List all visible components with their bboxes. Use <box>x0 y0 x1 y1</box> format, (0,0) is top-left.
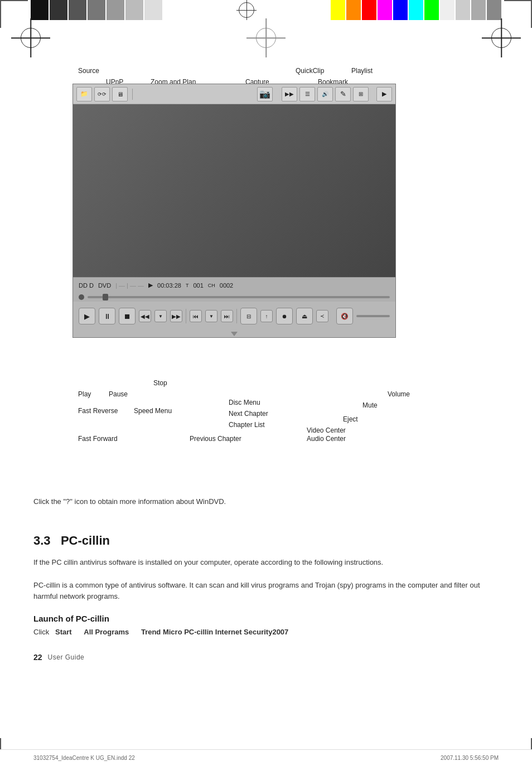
fast-reverse-button[interactable]: ◀◀ <box>139 310 151 322</box>
launch-trend: Trend Micro PC-cillin Internet Security2… <box>141 628 288 636</box>
next-chapter-button[interactable]: ⏭ <box>221 310 233 322</box>
windvd-ui-box: 📁 ⟳⟳ 🖥 📷 ▶▶ ☰ 🔊 ✎ ⊞ ▶ DD D DVD <box>72 84 396 338</box>
launch-start: Start <box>55 628 72 636</box>
fast-reverse-label: Fast Reverse <box>78 407 118 415</box>
chapter-list-label: Chapter List <box>229 421 265 429</box>
page-footer: 22 User Guide <box>33 653 499 662</box>
tb-source[interactable]: 📁 <box>76 87 92 101</box>
registration-marks-row <box>0 20 532 56</box>
windvd-status-bar: DD D DVD | — | — — ▶ 00:03:28 T 001 CH 0… <box>73 277 395 293</box>
status-ch-label: CH <box>208 283 215 288</box>
speed-menu-button[interactable]: ▼ <box>154 310 167 322</box>
progress-track[interactable] <box>88 296 390 298</box>
chapter-list-button[interactable]: ↑ <box>260 310 273 322</box>
audio-center-label: Audio Center <box>307 435 346 443</box>
section-para2: PC-cillin is a common type of antivirus … <box>33 580 499 603</box>
page-label: User Guide <box>48 653 85 661</box>
playlist-label: Playlist <box>351 67 373 75</box>
windvd-toolbar: 📁 ⟳⟳ 🖥 📷 ▶▶ ☰ 🔊 ✎ ⊞ ▶ <box>73 84 395 104</box>
volume-slider[interactable] <box>356 315 390 317</box>
stop-button[interactable]: ⏹ <box>119 308 136 324</box>
mute-label: Mute <box>362 401 378 409</box>
section-number: 3.3 <box>33 534 51 547</box>
reg-mark-center <box>246 18 286 57</box>
section-name: PC-cillin <box>61 534 110 547</box>
file-info: 31032754_IdeaCentre K UG_EN.indd 22 <box>33 755 135 761</box>
tb-capture[interactable]: 📷 <box>257 87 273 101</box>
volume-label: Volume <box>388 390 410 398</box>
launch-heading: Launch of PC-cillin <box>33 614 499 623</box>
launch-all-programs: All Programs <box>84 628 129 636</box>
tb-bookmark[interactable]: ✎ <box>335 87 351 101</box>
status-chapter: 0002 <box>220 282 233 289</box>
section-title: 3.3 PC-cillin <box>33 534 499 548</box>
disc-menu-button[interactable]: ⊟ <box>240 308 257 324</box>
ctrl-sep1 <box>186 309 186 323</box>
windvd-progress-bar[interactable] <box>73 293 395 302</box>
date-info: 2007.11.30 5:56:50 PM <box>441 755 499 761</box>
tb-upnp[interactable]: ⟳⟳ <box>94 87 110 101</box>
page-number: 22 <box>33 653 42 662</box>
tb-sep1 <box>132 89 133 100</box>
tb-zoom[interactable]: 🖥 <box>112 87 128 101</box>
launch-instruction: Click Start All Programs Trend Micro PC-… <box>33 628 499 636</box>
section-33: 3.3 PC-cillin If the PC cillin antivirus… <box>33 534 499 636</box>
eject-label: Eject <box>343 415 358 423</box>
speed-menu2-button[interactable]: ▼ <box>205 310 217 322</box>
status-mode2: DVD <box>98 282 111 289</box>
info-text: Click the "?" icon to obtain more inform… <box>33 496 499 508</box>
launch-click-text: Click <box>33 628 49 636</box>
tb-grid[interactable]: ⊞ <box>353 87 369 101</box>
progress-thumb <box>103 294 108 300</box>
tb-expand[interactable]: ▶ <box>376 87 392 101</box>
tb-quickclip[interactable]: ▶▶ <box>282 87 297 101</box>
pause-button[interactable]: ⏸ <box>99 308 115 324</box>
fast-forward-button[interactable]: ▶▶ <box>170 310 182 322</box>
stop-label: Stop <box>153 379 167 387</box>
source-label: Source <box>78 67 99 75</box>
play-button[interactable]: ▶ <box>79 308 95 324</box>
speed-menu-label: Speed Menu <box>134 407 172 415</box>
reg-mark-left <box>11 18 50 57</box>
video-center-button[interactable]: ≺ <box>316 310 328 322</box>
eject-button[interactable]: ⏏ <box>296 308 313 324</box>
quickclip-label: QuickClip <box>296 67 324 75</box>
status-track: 001 <box>193 282 203 289</box>
status-time: 00:03:28 <box>157 282 181 289</box>
page-content: Source QuickClip Playlist UPnP Zoom and … <box>0 56 532 684</box>
bottom-bar: 31032754_IdeaCentre K UG_EN.indd 22 2007… <box>0 749 532 766</box>
windvd-pointer-area <box>73 331 395 337</box>
ctrl-sep2 <box>236 309 237 323</box>
audio-center-button[interactable]: ⏺ <box>276 308 293 324</box>
windvd-diagram: Source QuickClip Playlist UPnP Zoom and … <box>33 67 499 485</box>
color-strip-top <box>0 0 532 20</box>
section-para1: If the PC cillin antivirus software is i… <box>33 557 499 569</box>
next-chapter-label: Next Chapter <box>229 410 268 418</box>
status-track-label: T <box>186 283 189 288</box>
reg-mark-right <box>482 18 521 57</box>
disc-menu-label: Disc Menu <box>229 399 260 406</box>
status-play-icon: ▶ <box>148 282 153 289</box>
prev-chapter-button[interactable]: ⏮ <box>190 310 202 322</box>
windvd-video-area <box>73 104 395 277</box>
mute-button[interactable]: 🔇 <box>336 308 353 324</box>
fast-forward-label: Fast Forward <box>78 435 118 443</box>
video-center-label: Video Center <box>307 426 346 434</box>
status-sep1: | — | — — <box>115 282 144 289</box>
pause-label: Pause <box>109 390 128 398</box>
tb-playlist[interactable]: ☰ <box>299 87 315 101</box>
status-mode1: DD D <box>79 282 94 289</box>
tb-mute-icon[interactable]: 🔊 <box>317 87 333 101</box>
windvd-controls-bar: ▶ ⏸ ⏹ ◀◀ ▼ ▶▶ ⏮ ▼ ⏭ ⊟ ↑ ⏺ ⏏ ≺ 🔇 <box>73 302 395 331</box>
play-label: Play <box>78 390 91 398</box>
previous-chapter-label: Previous Chapter <box>190 435 241 443</box>
